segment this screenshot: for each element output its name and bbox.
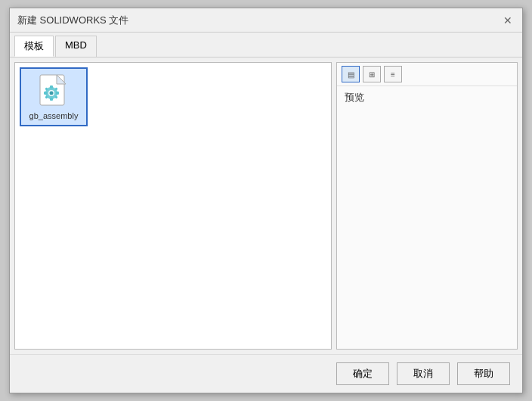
svg-point-12 [50, 92, 54, 95]
new-solidworks-file-dialog: 新建 SOLIDWORKS 文件 ✕ 模板 MBD [9, 8, 523, 393]
tab-template[interactable]: 模板 [14, 36, 54, 57]
file-item-label: gb_assembly [29, 111, 79, 120]
preview-title: 预览 [337, 86, 517, 109]
preview-content [337, 109, 517, 349]
confirm-button[interactable]: 确定 [336, 362, 389, 385]
dialog-title: 新建 SOLIDWORKS 文件 [17, 14, 128, 27]
small-icon-view-button[interactable]: ⊞ [363, 66, 381, 82]
svg-rect-6 [44, 92, 47, 95]
content-area: gb_assembly ▤ ⊞ ≡ 预览 [10, 58, 522, 354]
preview-panel: ▤ ⊞ ≡ 预览 [336, 62, 518, 350]
list-view-button[interactable]: ≡ [384, 66, 402, 82]
svg-rect-4 [50, 85, 53, 89]
close-button[interactable]: ✕ [501, 14, 515, 27]
file-list-panel: gb_assembly [14, 62, 332, 350]
title-bar: 新建 SOLIDWORKS 文件 ✕ [10, 8, 522, 33]
tab-bar: 模板 MBD [10, 33, 522, 58]
preview-toolbar: ▤ ⊞ ≡ [337, 63, 517, 86]
svg-rect-5 [50, 98, 53, 101]
large-icon-view-button[interactable]: ▤ [342, 66, 360, 82]
svg-rect-7 [56, 92, 59, 95]
tab-mbd[interactable]: MBD [55, 36, 97, 57]
help-button[interactable]: 帮助 [457, 362, 510, 385]
assembly-file-icon [39, 73, 69, 108]
cancel-button[interactable]: 取消 [397, 362, 450, 385]
footer: 确定 取消 帮助 [10, 354, 522, 393]
file-item-gb-assembly[interactable]: gb_assembly [20, 67, 88, 126]
